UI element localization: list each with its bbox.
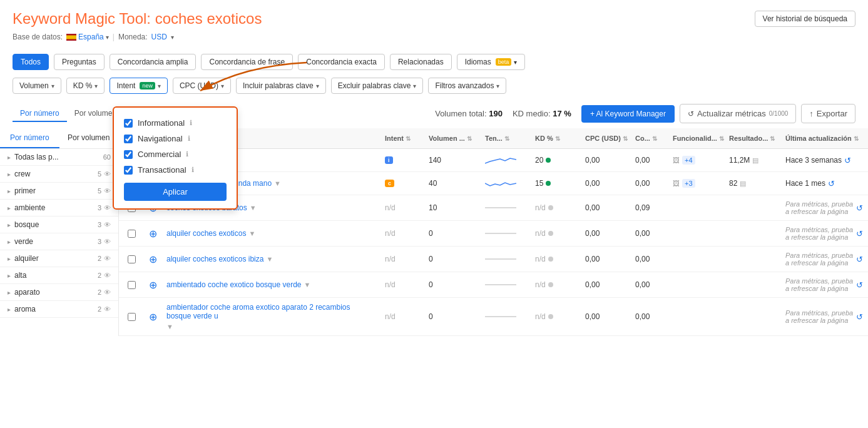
exclude-filter[interactable]: Excluir palabras clave ▾: [331, 78, 424, 94]
transactional-checkbox[interactable]: [124, 166, 133, 175]
intent-transactional-item[interactable]: Transactional ℹ: [124, 162, 227, 178]
sidebar-item-ambiente[interactable]: ▸ ambiente 3 👁: [0, 200, 118, 217]
add-keyword-manager-button[interactable]: + Al Keyword Manager: [581, 105, 675, 123]
eye-alta-icon[interactable]: 👁: [104, 272, 111, 279]
sidebar-item-aroma[interactable]: ▸ aroma 2 👁: [0, 301, 118, 318]
volumen-filter[interactable]: Volumen ▾: [13, 78, 61, 94]
tab-idiomas[interactable]: Idiomas beta ▾: [457, 54, 526, 70]
col-com[interactable]: Co... ⇅: [630, 128, 668, 148]
apply-button[interactable]: Aplicar: [124, 183, 227, 201]
row6-refresh-icon[interactable]: ↺: [856, 280, 863, 290]
sidebar-item-alta[interactable]: ▸ alta 2 👁: [0, 267, 118, 284]
tab-relacionadas[interactable]: Relacionadas: [390, 54, 452, 70]
row4-refresh-icon[interactable]: ↺: [856, 229, 863, 238]
col-kd[interactable]: KD % ⇅: [530, 128, 580, 148]
row2-refresh-icon[interactable]: ↺: [828, 179, 835, 188]
eye-crew-icon[interactable]: 👁: [104, 170, 111, 178]
row6-com: 0,00: [635, 280, 650, 289]
row7-refresh-icon[interactable]: ↺: [856, 312, 863, 322]
export-button[interactable]: ↑ Exportar: [801, 104, 855, 123]
row5-checkbox[interactable]: [128, 255, 136, 263]
row2-keyword-arrow-icon[interactable]: ▼: [274, 180, 281, 187]
sidebar-tab-volume[interactable]: Por volumen: [59, 128, 119, 148]
expand-all-icon: ▸: [8, 154, 11, 161]
table-row: ⊕ ambientado coche exotico bosque verde …: [119, 272, 868, 298]
sidebar-item-all[interactable]: ▸ Todas las p... 60: [0, 149, 118, 166]
sidebar-item-bosque[interactable]: ▸ bosque 3 👁: [0, 217, 118, 233]
tab-concordancia-exacta[interactable]: Concordancia exacta: [298, 54, 385, 70]
row7-keyword-link[interactable]: ambientador coche aroma exotico aparato …: [166, 303, 375, 320]
intent-commercial-item[interactable]: Commercial ℹ: [124, 146, 227, 162]
col-volume[interactable]: Volumen ... ⇅: [424, 128, 480, 148]
advanced-filter[interactable]: Filtros avanzados ▾: [428, 78, 506, 94]
sidebar-item-alquiler[interactable]: ▸ alquiler 2 👁: [0, 250, 118, 267]
row6-keyword-arrow-icon[interactable]: ▼: [304, 281, 310, 288]
col-update[interactable]: Última actualización ⇅: [780, 128, 868, 148]
eye-aroma-icon[interactable]: 👁: [104, 305, 111, 313]
update-metrics-label: Actualizar métricas: [697, 109, 766, 118]
row6-add-icon[interactable]: ⊕: [149, 279, 157, 291]
row3-volume: 10: [429, 203, 437, 212]
row5-keyword-link[interactable]: alquiler coches exoticos ibiza: [166, 255, 263, 263]
row6-update: Para métricas, prueba a refrescar la pág…: [785, 277, 854, 292]
intent-informational-item[interactable]: Informational ℹ: [124, 115, 227, 131]
tab-concordancia-frase[interactable]: Concordancia de frase: [201, 54, 293, 70]
col-trend[interactable]: Ten... ⇅: [480, 128, 530, 148]
sidebar-item-all-label: Todas las p...: [14, 153, 59, 161]
toolbar: Todos Preguntas Concordancia amplia Conc…: [0, 49, 868, 75]
row3-keyword-arrow-icon[interactable]: ▼: [250, 204, 257, 211]
eye-bosque-icon[interactable]: 👁: [104, 221, 111, 228]
col-func[interactable]: Funcionalid... ⇅: [668, 128, 724, 148]
include-filter[interactable]: Incluir palabras clave ▾: [236, 78, 326, 94]
row5-add-icon[interactable]: ⊕: [149, 253, 157, 265]
col-intent[interactable]: Intent ⇅: [380, 128, 424, 148]
intent-navigational-item[interactable]: Navigational ℹ: [124, 131, 227, 146]
sidebar-item-aparato[interactable]: ▸ aparato 2 👁: [0, 284, 118, 301]
by-number-tab[interactable]: Por número: [13, 106, 67, 122]
commercial-checkbox[interactable]: [124, 150, 133, 159]
row6-checkbox[interactable]: [128, 281, 136, 289]
sidebar-item-crew[interactable]: ▸ crew 5 👁: [0, 166, 118, 183]
sidebar-item-verde[interactable]: ▸ verde 3 👁: [0, 233, 118, 250]
tab-preguntas[interactable]: Preguntas: [54, 54, 105, 70]
sidebar-label-ambiente: ambiente: [14, 203, 45, 212]
row2-com: 0,00: [635, 179, 650, 188]
sidebar-tab-number[interactable]: Por número: [0, 128, 59, 148]
col-result[interactable]: Resultado... ⇅: [724, 128, 780, 148]
row6-intent: n/d: [385, 280, 396, 289]
history-button[interactable]: Ver historial de búsqueda: [755, 11, 855, 27]
tab-concordancia-amplia[interactable]: Concordancia amplia: [110, 54, 197, 70]
row6-keyword-link[interactable]: ambientado coche exotico bosque verde: [166, 280, 301, 289]
row4-keyword-link[interactable]: alquiler coches exoticos: [166, 229, 246, 238]
eye-aparato-icon[interactable]: 👁: [104, 288, 111, 296]
cpc-filter[interactable]: CPC (USD) ▾: [173, 78, 231, 94]
kd-filter[interactable]: KD % ▾: [66, 78, 105, 94]
col-cpc[interactable]: CPC (USD) ⇅: [580, 128, 630, 148]
intent-filter[interactable]: Intent new ▾: [110, 78, 168, 94]
row7-add-icon[interactable]: ⊕: [149, 311, 157, 323]
informational-checkbox[interactable]: [124, 119, 133, 128]
db-label: Base de datos:: [13, 33, 63, 41]
row4-keyword-arrow-icon[interactable]: ▼: [248, 230, 255, 237]
row3-intent: n/d: [385, 203, 396, 212]
row1-refresh-icon[interactable]: ↺: [844, 156, 851, 165]
row5-refresh-icon[interactable]: ↺: [856, 255, 863, 264]
row3-refresh-icon[interactable]: ↺: [856, 203, 863, 213]
row4-add-icon[interactable]: ⊕: [149, 228, 157, 240]
row7-checkbox[interactable]: [128, 313, 136, 321]
eye-verde-icon[interactable]: 👁: [104, 238, 111, 245]
eye-primer-icon[interactable]: 👁: [104, 187, 111, 195]
tab-todos[interactable]: Todos: [13, 54, 49, 70]
row4-checkbox[interactable]: [128, 230, 136, 238]
sidebar-item-primer[interactable]: ▸ primer 5 👁: [0, 183, 118, 200]
row2-volume: 40: [429, 179, 437, 188]
eye-ambiente-icon[interactable]: 👁: [104, 204, 111, 211]
eye-alquiler-icon[interactable]: 👁: [104, 255, 111, 262]
row7-keyword-arrow-icon[interactable]: ▼: [166, 323, 173, 330]
country-link[interactable]: España: [78, 33, 104, 41]
page-header: Keyword Magic Tool: coches exoticos Ver …: [0, 0, 868, 33]
navigational-checkbox[interactable]: [124, 135, 133, 143]
update-metrics-button[interactable]: ↺ Actualizar métricas 0/1000: [680, 104, 796, 123]
row5-keyword-arrow-icon[interactable]: ▼: [266, 255, 273, 263]
currency-link[interactable]: USD: [151, 33, 167, 41]
